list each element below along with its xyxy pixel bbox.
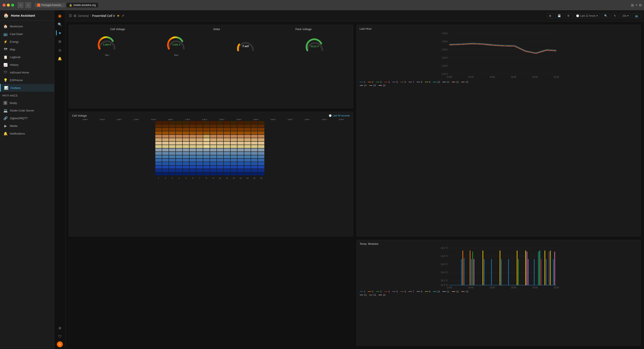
svg-rect-108	[196, 138, 203, 141]
grid-icon: ⊞	[74, 14, 76, 18]
share-button[interactable]: ⇗	[122, 14, 124, 18]
adguard-icon: 🛡	[4, 70, 8, 74]
svg-text:11: 11	[226, 177, 228, 179]
tab-lock-icon: 🔒	[69, 4, 72, 7]
sidebar-toggle-button[interactable]: ☰	[69, 14, 72, 18]
sidebar-item-esphome[interactable]: 💡 ESPHome	[0, 76, 54, 84]
favorite-button[interactable]: ★	[117, 14, 120, 18]
svg-text:16:00: 16:00	[490, 76, 495, 78]
svg-rect-114	[238, 138, 244, 141]
save-dashboard-button[interactable]: 💾	[555, 13, 563, 18]
close-button[interactable]	[2, 4, 6, 7]
alerting-icon-btn[interactable]: 🔔	[56, 55, 64, 62]
svg-rect-62	[210, 128, 216, 131]
sidebar-item-studio[interactable]: 💻 Studio Code Server	[0, 107, 54, 114]
back-button[interactable]: ‹	[18, 2, 24, 8]
config-icon-btn[interactable]: ⚙	[56, 324, 64, 332]
svg-rect-217	[176, 162, 182, 165]
temp-modules-title: Temp. Modules	[357, 240, 640, 245]
svg-text:4: 4	[178, 177, 180, 179]
breadcrumb-parent[interactable]: General	[78, 14, 89, 17]
svg-rect-107	[190, 138, 196, 141]
settings-icon: ⚙	[567, 14, 570, 17]
zoom-out-button[interactable]: 🔍	[602, 13, 610, 18]
svg-rect-59	[190, 128, 196, 131]
svg-rect-75	[190, 131, 196, 134]
svg-rect-320	[516, 251, 517, 285]
sidebar-item-cast-dash[interactable]: 📺 Cast Dash	[0, 30, 54, 38]
sidebar-item-grafana[interactable]: 📊 Grafana	[0, 84, 54, 92]
sidebar-item-hacs[interactable]: HACS HACS	[0, 92, 54, 99]
svg-rect-119	[162, 142, 169, 145]
explore-icon-btn[interactable]: ◎	[56, 46, 64, 54]
svg-text:3.284 V: 3.284 V	[103, 43, 111, 46]
svg-rect-158	[210, 148, 216, 151]
svg-rect-208	[224, 159, 230, 162]
svg-rect-195	[244, 155, 251, 158]
browser-tab-2[interactable]: 🔒 loobito.duckdns.org	[66, 3, 98, 7]
add-panel-icon: ⊞	[549, 14, 551, 17]
sidebar-item-logbook[interactable]: 📋 Logbook	[0, 53, 54, 61]
sidebar-item-history[interactable]: 📈 History	[0, 61, 54, 68]
browser-tab-1[interactable]: Portugal Anúncio...	[35, 3, 66, 7]
svg-rect-238	[210, 166, 216, 169]
new-tab-button[interactable]: +	[636, 3, 637, 7]
svg-text:2: 2	[165, 177, 166, 179]
heatmap-time-label: Last 30 seconds	[332, 114, 350, 117]
starred-icon-btn[interactable]: ★	[56, 29, 64, 37]
svg-rect-44	[196, 124, 203, 127]
forward-button[interactable]: ›	[25, 2, 31, 8]
svg-rect-109	[203, 138, 210, 141]
svg-rect-257	[231, 169, 237, 172]
svg-rect-149	[258, 145, 264, 148]
sidebar-item-adguard[interactable]: 🛡 AdGuard Home	[0, 68, 54, 76]
svg-rect-189	[203, 155, 210, 158]
svg-rect-173	[203, 152, 210, 155]
grafana-logo-btn[interactable]: ◉	[56, 12, 64, 20]
last-hour-legend-2: 14 15 16	[357, 84, 640, 88]
sidebar-item-zigbee[interactable]: 🔗 Zigbee2MQTT	[0, 114, 54, 122]
sidebar-item-media[interactable]: ▶ Media	[0, 122, 54, 130]
sidebar-item-mushroom[interactable]: 🏠 Mushroom	[0, 22, 54, 30]
svg-rect-129	[231, 142, 237, 145]
extensions-button[interactable]: ⊞	[631, 3, 634, 7]
sidebar-item-shelly[interactable]: 5 Shelly	[0, 99, 54, 107]
sidebar-item-map[interactable]: 🗺 Map	[0, 45, 54, 53]
temp-legend-item-4: 4	[384, 290, 390, 293]
search-icon-btn[interactable]: 🔍	[56, 20, 64, 28]
svg-rect-205	[203, 159, 210, 162]
svg-rect-27	[190, 121, 196, 124]
svg-rect-155	[190, 148, 196, 151]
svg-rect-28	[196, 121, 203, 124]
refresh-interval-button[interactable]: 10s ▾	[620, 13, 631, 18]
grafana-user-btn[interactable]: G	[57, 341, 63, 347]
svg-rect-159	[217, 148, 223, 151]
sidebar-item-notifications[interactable]: 🔔 Notifications	[0, 130, 54, 137]
svg-rect-71	[162, 131, 169, 134]
svg-rect-322	[525, 251, 526, 285]
temp-modules-svg: 16.0 °C 15.8 °C 15.6 °C 15.4 °C 15.2 °C …	[360, 246, 638, 289]
svg-rect-172	[196, 152, 203, 155]
minimize-button[interactable]	[7, 4, 10, 7]
dashboard-settings-button[interactable]: ⚙	[565, 13, 572, 18]
notifications-icon: 🔔	[4, 131, 8, 136]
sidebar-item-energy[interactable]: ⚡ Energy	[0, 38, 54, 45]
sidebar-label-notifications: Notifications	[10, 132, 25, 135]
shield-icon-btn[interactable]: 🛡	[56, 333, 64, 341]
temp-legend-item-12: 12	[452, 290, 459, 293]
maximize-button[interactable]	[11, 4, 14, 7]
window-button[interactable]: ⧉	[639, 3, 642, 7]
dashboards-icon-btn[interactable]: ⊞	[56, 37, 64, 45]
time-range-button[interactable]: 🕐 Last 12 hours ▾	[574, 13, 600, 18]
svg-text:18:00: 18:00	[511, 286, 516, 289]
tv-mode-button[interactable]: 📺	[633, 13, 640, 18]
svg-rect-127	[217, 142, 223, 145]
svg-rect-319	[508, 259, 509, 285]
refresh-button[interactable]: ↻	[612, 13, 618, 18]
sidebar-label-cast-dash: Cast Dash	[10, 32, 23, 36]
temp-legend-item-16: 16	[378, 294, 385, 296]
svg-rect-26	[183, 121, 189, 124]
svg-text:18:00: 18:00	[511, 76, 516, 78]
svg-rect-48	[224, 124, 230, 127]
add-panel-button[interactable]: ⊞	[547, 13, 554, 18]
